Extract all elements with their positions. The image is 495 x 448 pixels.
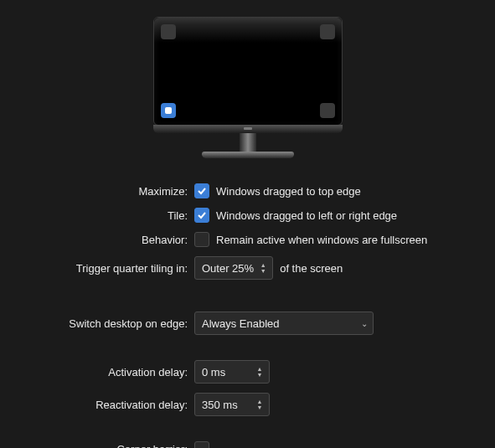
reactivation-spinbox[interactable]: 350 ms ▲▼ bbox=[194, 393, 270, 416]
corner-barrier-label: Corner barrier: bbox=[0, 443, 188, 449]
spinner-icon: ▲▼ bbox=[255, 399, 264, 410]
trigger-suffix: of the screen bbox=[280, 262, 343, 275]
switch-label: Switch desktop on edge: bbox=[0, 317, 188, 330]
maximize-text: Windows dragged to top edge bbox=[216, 185, 361, 198]
reactivation-label: Reactivation delay: bbox=[0, 399, 188, 411]
monitor-preview bbox=[153, 17, 343, 158]
tile-label: Tile: bbox=[0, 209, 188, 222]
behavior-label: Behavior: bbox=[0, 234, 188, 246]
activation-label: Activation delay: bbox=[0, 366, 188, 378]
trigger-label: Trigger quarter tiling in: bbox=[0, 262, 188, 275]
monitor-stand-base bbox=[202, 152, 294, 158]
maximize-checkbox[interactable] bbox=[194, 183, 209, 198]
activation-spinbox[interactable]: 0 ms ▲▼ bbox=[194, 360, 270, 384]
corner-top-left[interactable] bbox=[161, 24, 176, 39]
maximize-label: Maximize: bbox=[0, 185, 188, 198]
switch-value: Always Enabled bbox=[202, 317, 280, 330]
trigger-spinbox[interactable]: Outer 25% ▲▼ bbox=[194, 256, 273, 280]
behavior-checkbox[interactable] bbox=[194, 232, 209, 247]
tile-text: Windows dragged to left or right edge bbox=[216, 209, 397, 222]
monitor-bezel bbox=[153, 125, 343, 133]
corner-bottom-left[interactable] bbox=[161, 103, 176, 118]
spinner-icon: ▲▼ bbox=[255, 367, 264, 378]
switch-combo[interactable]: Always Enabled ⌄ bbox=[194, 312, 374, 335]
corner-barrier-checkbox[interactable] bbox=[194, 441, 209, 448]
tile-checkbox[interactable] bbox=[194, 208, 209, 223]
reactivation-value: 350 ms bbox=[202, 399, 250, 411]
spinner-icon: ▲▼ bbox=[259, 263, 267, 274]
monitor-stand-neck bbox=[240, 133, 256, 152]
corner-bottom-right[interactable] bbox=[320, 103, 335, 118]
trigger-value: Outer 25% bbox=[202, 262, 254, 275]
activation-value: 0 ms bbox=[202, 366, 250, 378]
corner-top-right[interactable] bbox=[320, 24, 335, 39]
chevron-down-icon: ⌄ bbox=[361, 319, 368, 328]
behavior-text: Remain active when windows are fullscree… bbox=[216, 234, 427, 246]
screen-preview bbox=[153, 17, 343, 126]
